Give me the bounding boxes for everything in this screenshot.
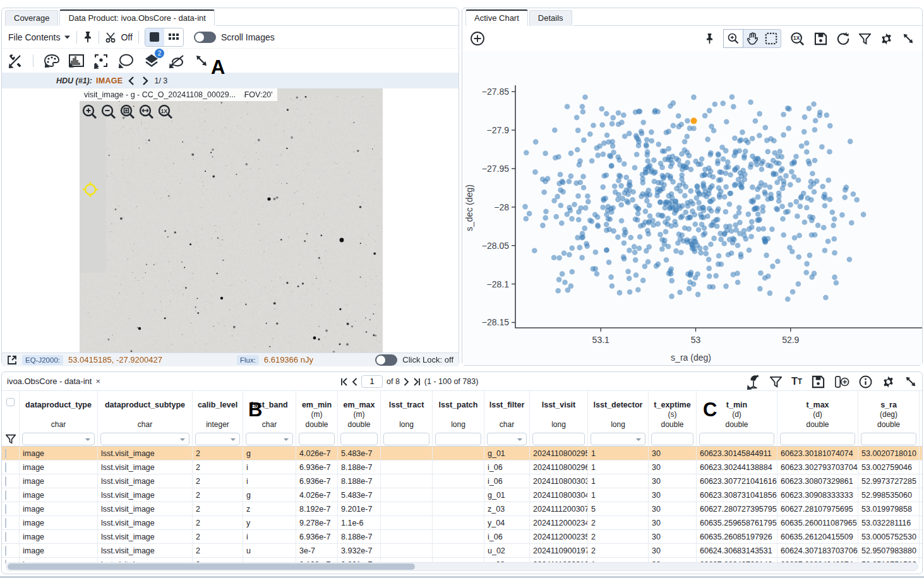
- column-header-lsst_visit[interactable]: lsst_visitlong: [530, 391, 588, 447]
- filter-input-lsst_tract[interactable]: [383, 433, 429, 445]
- table-info-icon[interactable]: [859, 375, 872, 388]
- table-save-icon[interactable]: [812, 375, 825, 388]
- tab-details[interactable]: Details: [529, 10, 572, 26]
- row-checkbox[interactable]: [5, 504, 6, 514]
- filter-select-dataproduct_type[interactable]: [22, 433, 95, 445]
- table-row[interactable]: imagelsst.visit_image2g4.026e-75.483e-7g…: [2, 447, 922, 461]
- table-row[interactable]: imagelsst.visit_image2i6.936e-78.188e-7i…: [2, 461, 922, 474]
- grid-view-button[interactable]: [164, 28, 183, 46]
- table-row[interactable]: imagelsst.visit_image2i6.936e-78.188e-7i…: [2, 474, 922, 488]
- table-row[interactable]: imagelsst.visit_image2u3e-73.932e-7u_022…: [2, 544, 922, 558]
- flip-expand-icon[interactable]: [195, 54, 208, 68]
- filter-input-lsst_visit[interactable]: [532, 433, 585, 445]
- zoom-fit-icon[interactable]: [119, 104, 136, 120]
- filter-input-em_max[interactable]: [340, 433, 378, 445]
- add-column-icon[interactable]: [834, 375, 849, 388]
- column-header-lsst_filter[interactable]: lsst_filterchar: [484, 391, 530, 447]
- prev-page-icon[interactable]: [352, 378, 357, 386]
- column-header-dataproduct_subtype[interactable]: dataproduct_subtypechar: [98, 391, 193, 447]
- recenter-icon[interactable]: [93, 53, 109, 68]
- chevron-down-icon[interactable]: [64, 35, 71, 40]
- filter-select-lsst_band[interactable]: [246, 433, 293, 445]
- filter-input-em_min[interactable]: [299, 433, 335, 445]
- filter-select-lsst_filter[interactable]: [487, 433, 527, 445]
- scroll-images-toggle[interactable]: [194, 32, 216, 43]
- row-checkbox[interactable]: [5, 449, 6, 459]
- table-row[interactable]: imagelsst.visit_image2y9.278e-71.1e-6y_0…: [2, 516, 922, 530]
- image-tools-icon[interactable]: [8, 54, 22, 68]
- chart-refresh-icon[interactable]: [836, 32, 850, 45]
- chart-settings-icon[interactable]: [880, 32, 893, 45]
- row-checkbox[interactable]: [5, 546, 6, 556]
- first-page-icon[interactable]: [340, 378, 348, 386]
- tab-coverage[interactable]: Coverage: [5, 10, 58, 26]
- chart-save-icon[interactable]: [814, 32, 827, 45]
- chart-pin-icon[interactable]: [705, 33, 714, 45]
- pin-icon[interactable]: [83, 31, 93, 44]
- chart-pan-mode-icon[interactable]: [743, 30, 762, 47]
- rotate-north-off-icon[interactable]: [169, 54, 185, 68]
- select-region-icon[interactable]: [118, 54, 135, 68]
- row-checkbox[interactable]: [5, 560, 6, 563]
- table-row[interactable]: imagelsst.visit_image2g4.026e-75.483e-7g…: [2, 488, 922, 502]
- image-title-bar[interactable]: visit_image - g - CC_O_20241108_00029...…: [80, 88, 277, 101]
- row-checkbox[interactable]: [5, 518, 6, 528]
- chart-filter-icon[interactable]: [859, 33, 871, 45]
- column-header-lsst_patch[interactable]: lsst_patchlong: [433, 391, 484, 447]
- chart-zoom-mode-icon[interactable]: [724, 30, 743, 47]
- click-lock-toggle[interactable]: [375, 354, 397, 366]
- color-palette-icon[interactable]: [44, 54, 59, 67]
- page-number-input[interactable]: [361, 375, 383, 388]
- row-checkbox[interactable]: [5, 462, 6, 473]
- chart-select-mode-icon[interactable]: [762, 30, 781, 47]
- table-close-icon[interactable]: ×: [95, 376, 100, 386]
- stretch-histogram-icon[interactable]: [69, 54, 84, 67]
- column-header-calib_level[interactable]: calib_levelinteger: [193, 391, 243, 447]
- chart-zoom-original-icon[interactable]: 1X: [790, 32, 805, 45]
- zoom-fill-icon[interactable]: [138, 104, 155, 120]
- filter-row-icon[interactable]: [6, 434, 16, 444]
- column-header-t_max[interactable]: t_max(d)double: [777, 391, 858, 447]
- coord-system-chip[interactable]: EQ-J2000:: [22, 355, 63, 365]
- chart-expand-icon[interactable]: [902, 32, 915, 45]
- filter-input-t_min[interactable]: [699, 433, 774, 445]
- hdu-prev-icon[interactable]: [126, 76, 136, 85]
- filter-select-lsst_detector[interactable]: [591, 433, 645, 445]
- table-row[interactable]: imagelsst.visit_image2i6.936e-78.188e-7i…: [2, 530, 922, 544]
- single-view-button[interactable]: [145, 28, 164, 46]
- filter-input-t_exptime[interactable]: [651, 433, 693, 445]
- text-view-icon[interactable]: TT: [791, 376, 802, 387]
- scatter-chart[interactable]: 53.15352.9−27.85−27.9−27.95−28−28.05−28.…: [462, 51, 922, 366]
- table-hscroll-thumb[interactable]: [8, 563, 415, 570]
- cut-icon[interactable]: [105, 32, 117, 43]
- filter-input-t_max[interactable]: [780, 433, 855, 445]
- add-chart-icon[interactable]: [470, 31, 485, 46]
- table-expand-icon[interactable]: [904, 375, 917, 388]
- last-page-icon[interactable]: [413, 378, 421, 386]
- file-contents-dropdown[interactable]: File Contents: [8, 32, 60, 42]
- column-header-lsst_detector[interactable]: lsst_detectorlong: [588, 391, 649, 447]
- column-header-s_ra[interactable]: s_ra(deg)double: [858, 391, 920, 447]
- filter-input-s_ra[interactable]: [861, 433, 916, 445]
- target-marker-icon[interactable]: [82, 181, 99, 198]
- next-page-icon[interactable]: [404, 378, 409, 386]
- tab-active-chart[interactable]: Active Chart: [465, 9, 528, 26]
- table-hscrollbar[interactable]: [6, 562, 918, 571]
- column-header-em_max[interactable]: em_max(m)double: [338, 391, 381, 447]
- expand-viewer-icon[interactable]: [7, 355, 17, 365]
- table-filter-icon[interactable]: [770, 376, 782, 388]
- row-checkbox[interactable]: [5, 532, 6, 542]
- filter-select-calib_level[interactable]: [195, 433, 240, 445]
- layers-icon[interactable]: 2: [144, 53, 159, 68]
- row-checkbox[interactable]: [5, 490, 6, 500]
- tab-data-product[interactable]: Data Product: ivoa.ObsCore - data-int: [59, 9, 215, 26]
- row-checkbox[interactable]: [5, 476, 6, 486]
- column-header-t_exptime[interactable]: t_exptime(s)double: [649, 391, 697, 447]
- filter-input-lsst_patch[interactable]: [435, 433, 481, 445]
- hdu-next-icon[interactable]: [140, 76, 150, 85]
- select-all-checkbox[interactable]: [6, 398, 15, 406]
- fits-image[interactable]: [80, 88, 383, 366]
- zoom-1x-icon[interactable]: 1X: [157, 104, 174, 120]
- filter-select-dataproduct_subtype[interactable]: [100, 433, 189, 445]
- datalink-service-icon[interactable]: [747, 374, 760, 389]
